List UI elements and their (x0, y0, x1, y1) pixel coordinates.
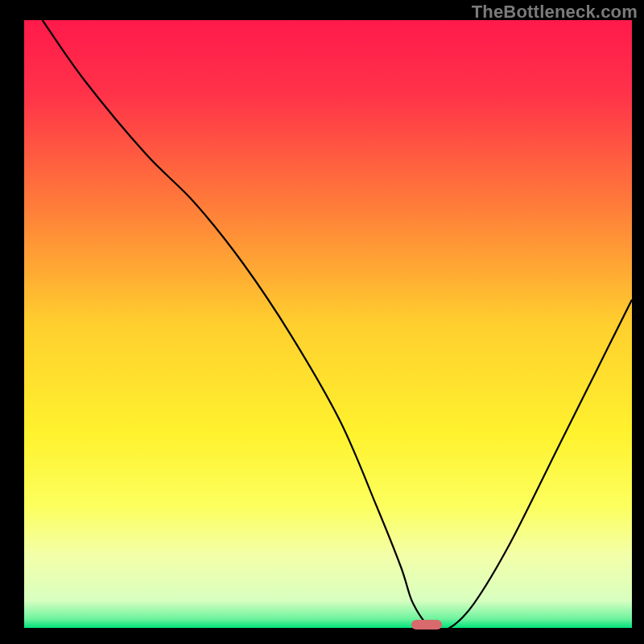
plot-area (24, 20, 632, 628)
chart-frame: TheBottleneck.com (0, 0, 644, 644)
plot-svg (24, 20, 632, 628)
gradient-background (24, 20, 632, 628)
optimal-marker (411, 620, 442, 630)
